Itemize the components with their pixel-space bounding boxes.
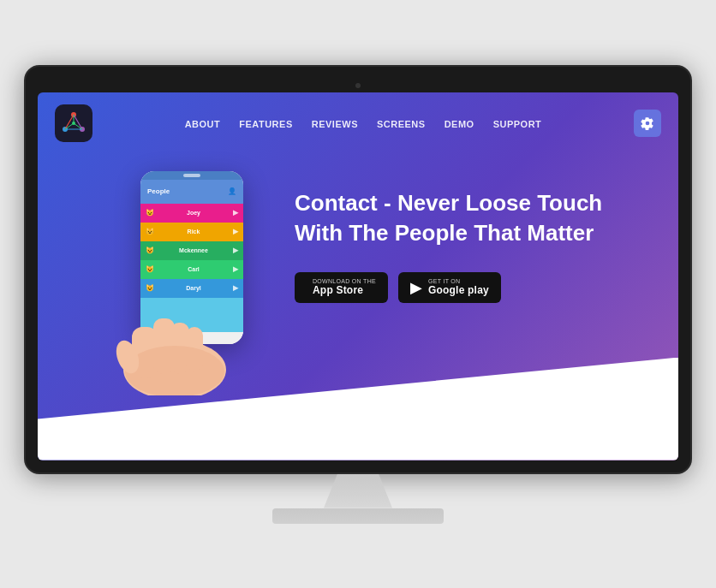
google-play-button[interactable]: ▶ Get it on Google play (398, 272, 501, 303)
camera-dot (355, 83, 361, 88)
contact-row-carl: 😺 Carl ▶ (140, 260, 243, 279)
hero-text: Contact - Never Loose Touch With The Peo… (269, 163, 653, 303)
store-buttons: Download on the App Store ▶ Get it on Go… (295, 272, 653, 303)
row-arrow: ▶ (233, 265, 238, 273)
row-icon: 😺 (146, 284, 154, 292)
monitor-wrapper: ABOUT FEATURES REVIEWS SCREENS DEMO SUPP… (24, 65, 692, 524)
stand-base (272, 508, 444, 524)
row-arrow: ▶ (233, 246, 238, 254)
svg-line-5 (74, 115, 82, 129)
app-logo[interactable] (55, 104, 92, 142)
hero-section: People 👤 😺 Joey ▶ (38, 154, 678, 445)
phone-header-label: People (147, 187, 170, 195)
contact-name: Rick (188, 229, 200, 235)
svg-point-15 (125, 346, 224, 395)
nav-item-screens[interactable]: SCREENS (377, 116, 426, 131)
google-play-text: Get it on Google play (428, 278, 489, 296)
svg-line-4 (65, 115, 74, 129)
row-arrow: ▶ (233, 284, 238, 292)
monitor-stand (272, 474, 444, 524)
contact-name: Daryl (186, 285, 201, 291)
monitor-body: ABOUT FEATURES REVIEWS SCREENS DEMO SUPP… (24, 65, 692, 474)
stand-neck (324, 474, 392, 508)
nav-item-features[interactable]: FEATURES (239, 116, 292, 131)
nav-item-demo[interactable]: DEMO (445, 116, 474, 131)
screen: ABOUT FEATURES REVIEWS SCREENS DEMO SUPP… (38, 92, 678, 460)
contact-row-mckennee: 😺 Mckennee ▶ (140, 241, 243, 260)
nav-item-support[interactable]: SUPPORT (493, 116, 542, 131)
row-icon: 😺 (146, 228, 154, 235)
phone-contact-list: 😺 Joey ▶ 😺 Rick ▶ 😺 (140, 204, 243, 298)
camera-area (38, 79, 678, 92)
settings-button[interactable] (634, 110, 661, 137)
nav-item-reviews[interactable]: REVIEWS (312, 116, 358, 131)
phone-hand-mockup: People 👤 😺 Joey ▶ (63, 154, 269, 344)
hero-title: Contact - Never Loose Touch With The Peo… (295, 188, 653, 248)
contact-name: Joey (187, 210, 200, 216)
contact-name: Mckennee (179, 247, 208, 253)
nav-links: ABOUT FEATURES REVIEWS SCREENS DEMO SUPP… (185, 116, 542, 131)
phone-header-icon: 👤 (228, 187, 236, 195)
contact-name: Carl (188, 266, 200, 272)
row-arrow: ▶ (233, 228, 238, 235)
contact-row-daryl: 😺 Daryl ▶ (140, 279, 243, 298)
row-icon: 😺 (146, 246, 154, 254)
app-store-text: Download on the App Store (313, 278, 376, 296)
row-icon: 😺 (146, 265, 154, 273)
contact-row-joey: 😺 Joey ▶ (140, 204, 243, 223)
app-store-button[interactable]: Download on the App Store (295, 272, 388, 303)
play-icon: ▶ (410, 278, 422, 297)
phone-header: People 👤 (140, 180, 243, 204)
contact-row-rick: 😺 Rick ▶ (140, 223, 243, 241)
navigation: ABOUT FEATURES REVIEWS SCREENS DEMO SUPP… (38, 92, 678, 154)
row-arrow: ▶ (233, 209, 238, 217)
nav-item-about[interactable]: ABOUT (185, 116, 221, 131)
row-icon: 😺 (146, 209, 154, 217)
